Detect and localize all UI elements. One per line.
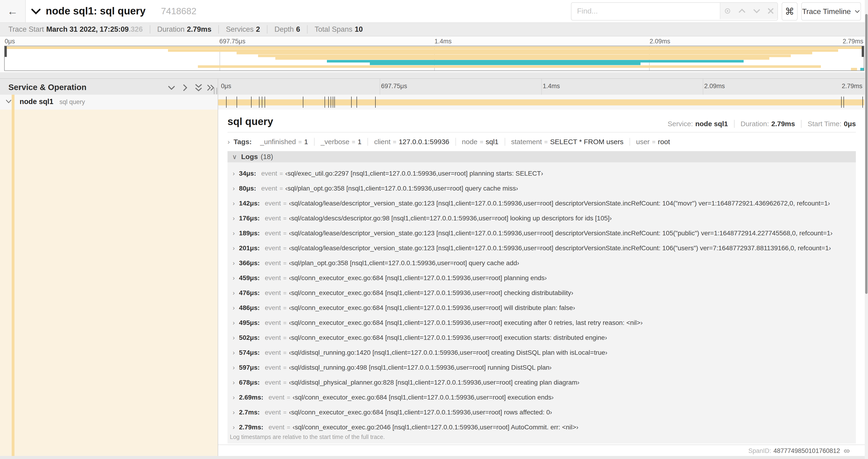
log-timestamp: 459μs:	[239, 274, 260, 282]
tags-expand-chevron-icon[interactable]: ›	[227, 138, 230, 146]
span-bar-track	[218, 95, 864, 110]
minimap-span-bar	[198, 65, 820, 68]
log-expand-chevron-icon[interactable]: ›	[232, 334, 235, 341]
log-expand-chevron-icon[interactable]: ›	[232, 394, 235, 401]
minimap-span-bar	[258, 55, 791, 57]
divider	[227, 132, 856, 132]
log-expand-chevron-icon[interactable]: ›	[232, 170, 235, 177]
log-expand-chevron-icon[interactable]: ›	[232, 185, 235, 192]
minimap-canvas[interactable]	[4, 46, 864, 71]
column-resizer-grip[interactable]	[214, 88, 217, 94]
log-entry-row[interactable]: ›476μs:event=‹sql/conn_executor_exec.go:…	[227, 286, 856, 299]
minimap-left-handle[interactable]	[5, 46, 7, 57]
log-expand-chevron-icon[interactable]: ›	[232, 200, 235, 207]
log-entry-row[interactable]: ›34μs:event=‹sql/exec_util.go:2297 [nsql…	[227, 167, 856, 180]
collapse-all-icon[interactable]	[194, 84, 204, 92]
log-entry-row[interactable]: ›574μs:event=‹sql/distsql_running.go:142…	[227, 346, 856, 359]
log-expand-chevron-icon[interactable]: ›	[232, 364, 235, 371]
log-expand-chevron-icon[interactable]: ›	[232, 259, 235, 267]
collapse-one-icon[interactable]	[166, 84, 177, 92]
find-next-icon[interactable]	[753, 7, 761, 14]
log-expand-chevron-icon[interactable]: ›	[232, 379, 235, 386]
log-timestamp: 366μs:	[239, 259, 260, 267]
timeline-tick: 1.4ms	[543, 83, 560, 90]
clear-find-icon[interactable]	[767, 7, 774, 14]
tag-item[interactable]: _verbose=1	[314, 138, 368, 146]
log-field-name: event	[265, 408, 281, 416]
log-value: ‹sql/distsql_running.go:498 [nsql1,clien…	[289, 364, 552, 371]
tag-equals: =	[480, 138, 483, 145]
top-bar: ← node sql1: sql query 7418682	[0, 0, 868, 23]
log-expand-chevron-icon[interactable]: ›	[232, 274, 235, 282]
service-value: node sql1	[695, 120, 728, 128]
log-entry-row[interactable]: ›678μs:event=‹sql/distsql_physical_plann…	[227, 376, 856, 389]
log-expand-chevron-icon[interactable]: ›	[232, 408, 235, 416]
log-timestamp: 34μs:	[239, 170, 256, 177]
span-duration-bar[interactable]	[218, 99, 864, 105]
log-timestamp: 2.7ms:	[239, 408, 260, 416]
log-entry-row[interactable]: ›2.7ms:event=‹sql/conn_executor_exec.go:…	[227, 406, 856, 419]
tag-item[interactable]: user=root	[629, 138, 676, 146]
log-expand-chevron-icon[interactable]: ›	[232, 244, 235, 252]
scrollbar-thumb[interactable]	[865, 14, 868, 294]
log-entry-row[interactable]: ›486μs:event=‹sql/conn_executor_exec.go:…	[227, 301, 856, 315]
minimap-span-bar	[370, 63, 641, 65]
log-entry-row[interactable]: ›502μs:event=‹sql/conn_executor_exec.go:…	[227, 331, 856, 344]
log-expand-chevron-icon[interactable]: ›	[232, 304, 235, 312]
log-entry-row[interactable]: ›366μs:event=‹sql/plan_opt.go:358 [nsql1…	[227, 257, 856, 270]
logs-collapse-chevron-icon[interactable]: ∨	[232, 153, 237, 161]
locate-icon[interactable]	[723, 7, 732, 15]
log-value: ‹sql/catalog/lease/descriptor_version_st…	[289, 200, 830, 207]
log-entry-row[interactable]: ›176μs:event=‹sql/catalog/descs/descript…	[227, 212, 856, 225]
log-entry-row[interactable]: ›189μs:event=‹sql/catalog/lease/descript…	[227, 227, 856, 240]
link-icon[interactable]	[843, 448, 850, 455]
log-value: ‹sql/plan_opt.go:358 [nsql1,client=127.0…	[289, 259, 519, 267]
span-collapse-chevron-icon[interactable]	[5, 98, 12, 105]
page-title: node sql1: sql query	[46, 5, 146, 17]
log-expand-chevron-icon[interactable]: ›	[232, 230, 235, 237]
find-input[interactable]	[571, 3, 730, 19]
log-entry-row[interactable]: ›142μs:event=‹sql/catalog/lease/descript…	[227, 197, 856, 210]
log-expand-chevron-icon[interactable]: ›	[232, 215, 235, 222]
log-timestamp: 502μs:	[239, 334, 260, 341]
log-value: ‹sql/conn_executor_exec.go:684 [nsql1,cl…	[289, 334, 607, 341]
minimap-right-handle[interactable]	[862, 46, 864, 57]
log-value: ‹sql/conn_executor_exec.go:684 [nsql1,cl…	[289, 289, 573, 297]
log-expand-chevron-icon[interactable]: ›	[232, 289, 235, 297]
timeline-tick: 2.79ms	[842, 83, 862, 90]
logs-count: (18)	[260, 153, 273, 161]
log-equals: =	[283, 364, 287, 371]
vertical-scrollbar[interactable]	[865, 0, 868, 459]
trace-collapse-chevron-icon[interactable]	[31, 7, 41, 15]
minimap-span-bar	[168, 49, 838, 52]
log-expand-chevron-icon[interactable]: ›	[232, 319, 235, 327]
timeline-minimap: 0μs 697.75μs 1.4ms 2.09ms 2.79ms	[0, 36, 868, 72]
log-entry-row[interactable]: ›459μs:event=‹sql/conn_executor_exec.go:…	[227, 271, 856, 285]
logs-header[interactable]: ∨ Logs (18)	[227, 151, 856, 162]
log-entry-row[interactable]: ›2.69ms:event=‹sql/conn_executor_exec.go…	[227, 391, 856, 404]
tag-item[interactable]: client=127.0.0.1:59936	[368, 138, 455, 146]
back-button[interactable]: ←	[0, 0, 26, 22]
log-marker	[862, 97, 863, 108]
keyboard-shortcuts-button[interactable]: ⌘	[782, 2, 798, 21]
log-entry-row[interactable]: ›201μs:event=‹sql/catalog/lease/descript…	[227, 242, 856, 255]
tag-value: 127.0.0.1:59936	[399, 138, 450, 146]
log-entry-row[interactable]: ›80μs:event=‹sql/plan_opt.go:358 [nsql1,…	[227, 182, 856, 195]
log-equals: =	[283, 200, 287, 207]
view-select[interactable]: Trace Timeline	[801, 2, 861, 21]
start-time-value: 0μs	[844, 120, 856, 128]
find-prev-icon[interactable]	[738, 7, 746, 14]
expand-one-icon[interactable]	[180, 84, 190, 92]
log-entry-row[interactable]: ›2.79ms:event=‹sql/conn_executor_exec.go…	[227, 421, 856, 434]
tag-item[interactable]: statement=SELECT * FROM users	[505, 138, 629, 146]
tag-item[interactable]: node=sql1	[456, 138, 505, 146]
tag-item[interactable]: _unfinished=1	[254, 138, 314, 146]
log-entry-row[interactable]: ›495μs:event=‹sql/conn_executor_exec.go:…	[227, 316, 856, 329]
log-expand-chevron-icon[interactable]: ›	[232, 424, 235, 431]
log-timestamp: 80μs:	[239, 185, 256, 192]
log-expand-chevron-icon[interactable]: ›	[232, 349, 235, 356]
span-row[interactable]: node sql1 sql query	[0, 95, 868, 110]
tags-row[interactable]: › Tags: _unfinished=1_verbose=1client=12…	[227, 136, 676, 148]
span-service-name: node sql1	[20, 97, 54, 106]
log-entry-row[interactable]: ›597μs:event=‹sql/distsql_running.go:498…	[227, 361, 856, 374]
